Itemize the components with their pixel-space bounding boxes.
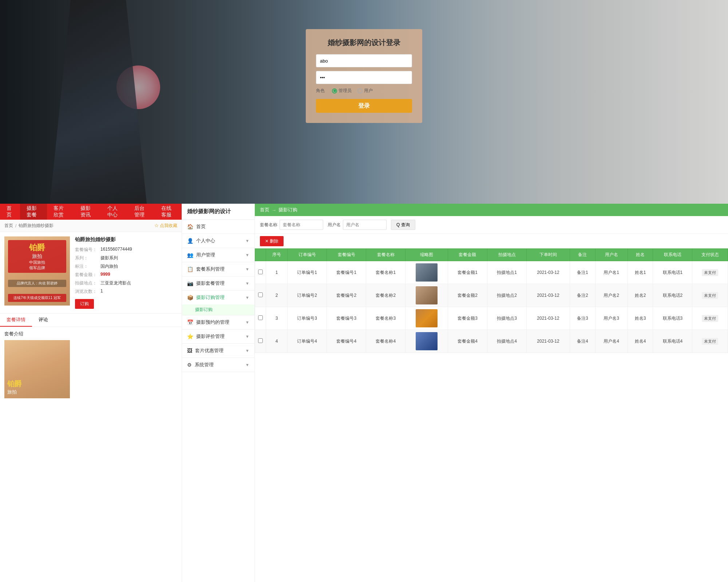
- package-area: 铂爵 旅拍 中国旅拍 领军品牌 品牌代言人：向佐 郭碧婷 连续7年天猫成交额双1…: [0, 232, 182, 314]
- table-row: 2 订单编号2 套餐编号2 套餐名称2 套餐金额2 拍摄地点2 2021-03-…: [255, 284, 728, 307]
- favorite-button[interactable]: ☆ 点我收藏: [154, 223, 177, 229]
- right-breadcrumb: 首页 → 摄影订购: [255, 204, 728, 216]
- nav-admin[interactable]: 后台管理: [128, 204, 155, 220]
- sidebar-item-personal[interactable]: 👤 个人中心 ▼: [182, 234, 254, 248]
- row-status-1: 未支付: [692, 284, 728, 307]
- sidebar-photos-label: 套片优惠管理: [195, 347, 223, 354]
- user-radio-group[interactable]: 用户: [357, 88, 373, 94]
- password-field[interactable]: [316, 71, 412, 84]
- user-label: 用户: [364, 88, 373, 94]
- action-bar: ✕ 删除: [255, 234, 728, 248]
- username-field[interactable]: [316, 54, 412, 67]
- search-button[interactable]: Q 查询: [391, 220, 415, 230]
- row-pkg-no-2: 套餐编号3: [327, 307, 366, 330]
- order-button[interactable]: 订购: [75, 299, 94, 309]
- orders-icon: 📦: [187, 295, 193, 300]
- sidebar-item-appointments[interactable]: 📅 摄影预约的管理 ▼: [182, 315, 254, 330]
- chevron-down-icon-2: ▼: [245, 253, 249, 257]
- row-date-0: 2021-03-12: [527, 261, 570, 284]
- package-name-input[interactable]: [280, 220, 323, 230]
- breadcrumb: 首页 / 铂爵旅拍婚纱摄影 ☆ 点我收藏: [0, 220, 182, 232]
- row-pkg-name-0: 套餐名称1: [366, 261, 405, 284]
- row-pkg-no-3: 套餐编号4: [327, 330, 366, 353]
- th-location: 拍摄地点: [487, 249, 527, 261]
- package-detail: 铂爵旅拍婚纱摄影 套餐编号： 1615560774449 系列： 摄影系列 标注…: [70, 236, 177, 309]
- sidebar-item-users[interactable]: 👥 用户管理 ▼: [182, 248, 254, 262]
- delete-button[interactable]: ✕ 删除: [260, 236, 284, 246]
- sidebar-item-packages[interactable]: 📷 摄影套餐管理 ▼: [182, 276, 254, 291]
- number-label: 套餐编号：: [75, 247, 100, 253]
- user-radio[interactable]: [357, 88, 363, 93]
- th-amount: 套餐金额: [448, 249, 487, 261]
- nav-home[interactable]: 首页: [0, 204, 20, 220]
- chevron-down-icon-7: ▼: [245, 334, 249, 339]
- th-name: 姓名: [628, 249, 653, 261]
- th-phone: 联系电话: [653, 249, 692, 261]
- price-value: 9999: [100, 272, 110, 278]
- admin-radio[interactable]: [332, 88, 337, 93]
- package-name-search-group: 套餐名称: [260, 220, 323, 230]
- row-thumb-0: [405, 261, 448, 284]
- row-name-2: 姓名3: [628, 307, 653, 330]
- sidebar-item-orders[interactable]: 📦 摄影订购管理 ▼ 摄影订购: [182, 291, 254, 315]
- intro-brand-big: 铂爵: [7, 379, 67, 389]
- row-index-0: 1: [266, 261, 288, 284]
- nav-news[interactable]: 摄影资讯: [74, 204, 101, 220]
- row-checkbox-2[interactable]: [255, 307, 266, 330]
- row-phone-3: 联系电话4: [653, 330, 692, 353]
- sidebar-item-series[interactable]: 📋 套餐系列管理 ▼: [182, 262, 254, 276]
- brand-header: 铂爵 旅拍 中国旅拍 领军品牌: [8, 240, 66, 273]
- nav-service[interactable]: 在线客服: [155, 204, 182, 220]
- row-username-3: 用户名4: [595, 330, 628, 353]
- package-name-label: 套餐名称: [260, 222, 277, 228]
- chevron-down-icon-3: ▼: [245, 267, 249, 271]
- admin-radio-group[interactable]: 管理员: [332, 88, 352, 94]
- sidebar-subitem-orders[interactable]: 摄影订购: [182, 304, 254, 315]
- th-pkg-name: 套餐名称: [366, 249, 405, 261]
- number-value: 1615560774449: [100, 247, 132, 253]
- right-breadcrumb-home[interactable]: 首页: [260, 207, 269, 213]
- row-name-1: 姓名2: [628, 284, 653, 307]
- row-amount-1: 套餐金额2: [448, 284, 487, 307]
- title-value: 国内旅拍: [100, 263, 118, 270]
- row-username-2: 用户名3: [595, 307, 628, 330]
- nav-personal[interactable]: 个人中心: [101, 204, 128, 220]
- nav-gallery[interactable]: 客片欣赏: [47, 204, 74, 220]
- tab-detail[interactable]: 套餐详情: [0, 314, 32, 327]
- row-checkbox-0[interactable]: [255, 261, 266, 284]
- breadcrumb-home[interactable]: 首页: [4, 223, 13, 229]
- row-location-0: 拍摄地点1: [487, 261, 527, 284]
- intro-image: 铂爵 旅拍: [4, 340, 70, 398]
- login-box: 婚纱摄影网的设计登录 角色 管理员 用户 登录: [306, 29, 422, 123]
- series-label: 系列：: [75, 255, 100, 261]
- star-icon: ⭐: [187, 334, 193, 339]
- tab-review[interactable]: 评论: [32, 314, 55, 327]
- package-number-row: 套餐编号： 1615560774449: [75, 247, 177, 253]
- site-title: 婚纱摄影网的设计: [182, 204, 254, 220]
- sidebar-item-photos[interactable]: 🖼 套片优惠管理 ▼: [182, 344, 254, 358]
- sidebar-home-label: 首页: [196, 223, 206, 230]
- package-image: 铂爵 旅拍 中国旅拍 领军品牌 品牌代言人：向佐 郭碧婷 连续7年天猫成交额双1…: [4, 236, 70, 306]
- sidebar-users-label: 用户管理: [196, 252, 215, 258]
- left-panel: 首页 摄影套餐 客片欣赏 摄影资讯 个人中心 后台管理 在线客服 首页 / 铂爵…: [0, 204, 182, 582]
- row-checkbox-3[interactable]: [255, 330, 266, 353]
- sidebar-appointments-label: 摄影预约的管理: [196, 319, 229, 326]
- row-note-3: 备注4: [570, 330, 595, 353]
- nav-packages[interactable]: 摄影套餐: [20, 204, 47, 220]
- middle-sidebar: 婚纱摄影网的设计 🏠 首页 👤 个人中心 ▼ 👥 用户管理 ▼: [182, 204, 255, 582]
- username-input[interactable]: [343, 220, 387, 230]
- row-date-2: 2021-03-12: [527, 307, 570, 330]
- login-title: 婚纱摄影网的设计登录: [316, 38, 412, 48]
- row-name-3: 姓名4: [628, 330, 653, 353]
- role-row: 角色 管理员 用户: [316, 88, 412, 94]
- sidebar-item-system[interactable]: ⚙ 系统管理 ▼: [182, 358, 254, 372]
- login-button[interactable]: 登录: [316, 99, 412, 113]
- row-checkbox-1[interactable]: [255, 284, 266, 307]
- camera-icon: 📷: [187, 280, 193, 286]
- sidebar-item-reviews[interactable]: ⭐ 摄影评价管理 ▼: [182, 330, 254, 344]
- sidebar-item-home[interactable]: 🏠 首页: [182, 220, 254, 234]
- row-phone-0: 联系电话1: [653, 261, 692, 284]
- row-order-no-3: 订单编号4: [288, 330, 327, 353]
- th-username: 用户名: [595, 249, 628, 261]
- package-intro: 套餐介绍 铂爵 旅拍: [0, 327, 182, 402]
